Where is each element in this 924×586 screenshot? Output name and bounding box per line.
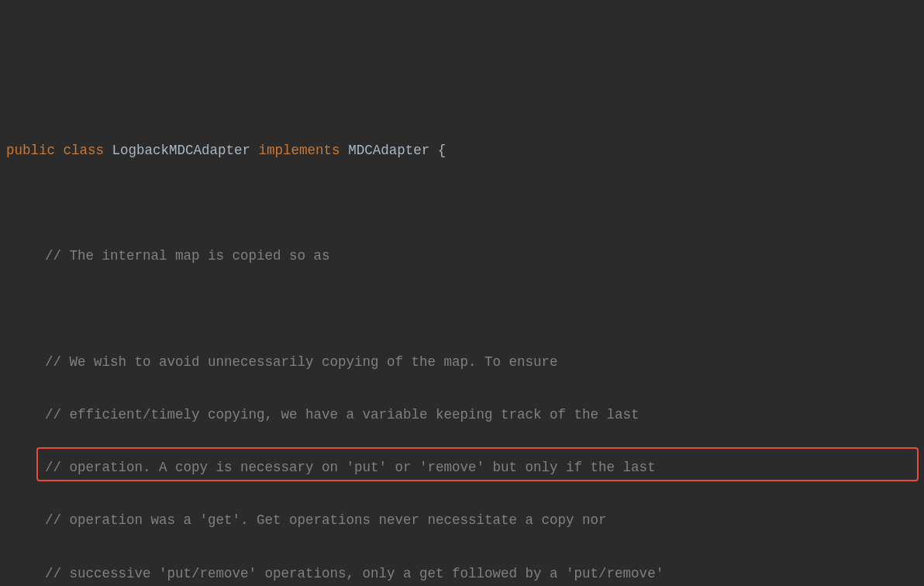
code-line[interactable]: // successive 'put/remove' operations, o… [0,560,924,586]
blank-line [0,190,924,216]
code-line[interactable]: // efficient/timely copying, we have a v… [0,402,924,428]
comment-text: // We wish to avoid unnecessarily copyin… [45,354,558,370]
comment-text: // The internal map is copied so as [45,248,330,264]
comment-text: // successive 'put/remove' operations, o… [45,566,664,581]
class-name: LogbackMDCAdapter [112,143,251,158]
comment-text: // operation. A copy is necessary on 'pu… [45,460,656,475]
code-editor[interactable]: public class LogbackMDCAdapter implement… [0,111,924,587]
code-line[interactable]: public class LogbackMDCAdapter implement… [0,137,924,164]
code-line[interactable]: // operation was a 'get'. Get operations… [0,507,924,533]
interface-name: MDCAdapter [348,143,429,158]
code-line[interactable]: // operation. A copy is necessary on 'pu… [0,454,924,481]
comment-text: // efficient/timely copying, we have a v… [45,407,640,422]
keyword-implements: implements [259,143,340,158]
code-line[interactable]: // The internal map is copied so as [0,243,924,269]
keyword-class: class [64,143,105,158]
open-brace: { [438,143,446,158]
blank-line [0,295,924,322]
comment-text: // operation was a 'get'. Get operations… [45,512,607,528]
keyword-public: public [6,143,55,158]
code-line[interactable]: // We wish to avoid unnecessarily copyin… [0,349,924,375]
